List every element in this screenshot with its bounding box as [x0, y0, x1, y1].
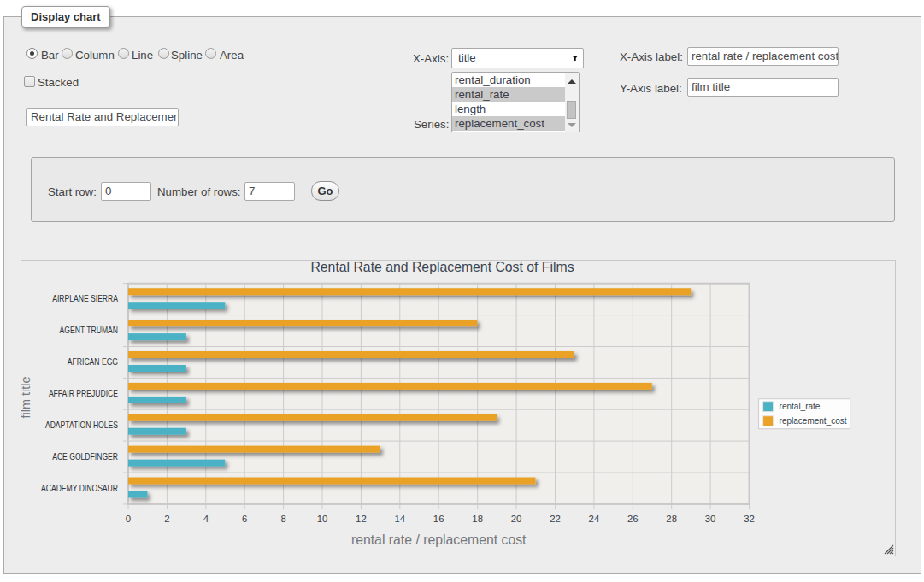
svg-text:22: 22: [550, 514, 561, 524]
svg-text:AFFAIR PREJUDICE: AFFAIR PREJUDICE: [49, 388, 118, 398]
svg-text:14: 14: [394, 514, 405, 524]
svg-text:32: 32: [744, 514, 755, 524]
svg-text:4: 4: [203, 514, 209, 524]
svg-text:10: 10: [317, 514, 328, 524]
svg-text:AIRPLANE SIERRA: AIRPLANE SIERRA: [52, 293, 118, 303]
svg-text:24: 24: [589, 514, 600, 524]
svg-text:0: 0: [126, 514, 131, 524]
svg-text:28: 28: [666, 514, 677, 524]
svg-text:2: 2: [164, 514, 169, 524]
svg-text:20: 20: [511, 514, 522, 524]
svg-text:30: 30: [705, 514, 716, 524]
svg-text:8: 8: [280, 514, 285, 524]
svg-text:rental_rate: rental_rate: [780, 402, 821, 411]
svg-text:18: 18: [472, 514, 483, 524]
svg-text:12: 12: [356, 514, 367, 524]
svg-text:16: 16: [433, 514, 444, 524]
svg-text:replacement_cost: replacement_cost: [780, 416, 847, 426]
svg-text:rental rate / replacement cost: rental rate / replacement cost: [351, 532, 527, 547]
svg-text:film title: film title: [21, 376, 32, 418]
svg-text:Rental Rate and Replacement Co: Rental Rate and Replacement Cost of Film…: [310, 261, 574, 274]
svg-text:ACADEMY DINOSAUR: ACADEMY DINOSAUR: [41, 483, 118, 493]
svg-text:26: 26: [627, 514, 639, 524]
svg-text:AFRICAN EGG: AFRICAN EGG: [68, 356, 118, 367]
svg-text:AGENT TRUMAN: AGENT TRUMAN: [60, 325, 118, 335]
svg-text:ADAPTATION HOLES: ADAPTATION HOLES: [45, 420, 118, 430]
svg-text:6: 6: [242, 514, 247, 524]
svg-text:ACE GOLDFINGER: ACE GOLDFINGER: [52, 451, 118, 461]
